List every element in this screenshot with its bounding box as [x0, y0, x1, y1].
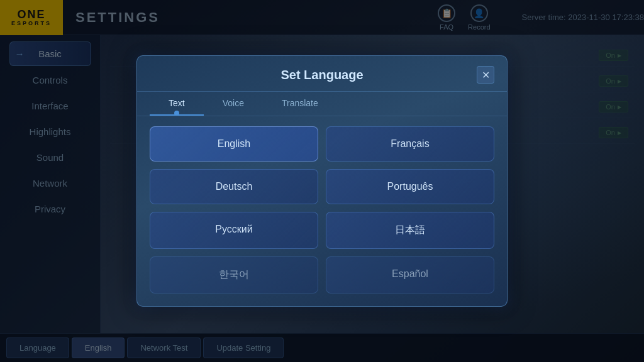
language-russian-button[interactable]: Русский	[150, 212, 318, 249]
language-english-label: English	[218, 138, 250, 149]
modal-title: Set Language	[167, 68, 477, 82]
tab-translate-label: Translate	[282, 98, 318, 108]
tab-text[interactable]: Text	[150, 92, 204, 116]
language-grid: English Français Deutsch Português Русск…	[150, 126, 494, 293]
language-spanish-button[interactable]: Español	[326, 256, 494, 293]
language-japanese-label: 日本語	[395, 224, 425, 235]
modal-tabs: Text Voice Translate	[137, 92, 507, 116]
language-russian-label: Русский	[215, 224, 252, 234]
language-portugues-label: Português	[387, 181, 433, 192]
modal-header: Set Language ✕	[137, 56, 507, 92]
language-francais-button[interactable]: Français	[326, 126, 494, 162]
modal-close-button[interactable]: ✕	[477, 66, 494, 84]
close-icon: ✕	[482, 69, 490, 81]
language-francais-label: Français	[391, 138, 429, 149]
language-deutsch-button[interactable]: Deutsch	[150, 169, 318, 204]
language-korean-label: 한국어	[219, 269, 249, 280]
set-language-modal: Set Language ✕ Text Voice Translate Engl…	[136, 55, 508, 307]
modal-overlay: Set Language ✕ Text Voice Translate Engl…	[0, 0, 644, 362]
language-english-button[interactable]: English	[150, 126, 318, 162]
tab-translate[interactable]: Translate	[263, 92, 337, 116]
language-spanish-label: Español	[392, 268, 428, 279]
language-japanese-button[interactable]: 日本語	[326, 212, 494, 249]
tab-voice[interactable]: Voice	[204, 92, 263, 116]
modal-body: English Français Deutsch Português Русск…	[137, 116, 507, 306]
language-portugues-button[interactable]: Português	[326, 169, 494, 204]
tab-voice-label: Voice	[223, 98, 244, 108]
language-deutsch-label: Deutsch	[216, 181, 253, 192]
language-korean-button[interactable]: 한국어	[150, 256, 318, 293]
tab-text-label: Text	[169, 98, 185, 108]
